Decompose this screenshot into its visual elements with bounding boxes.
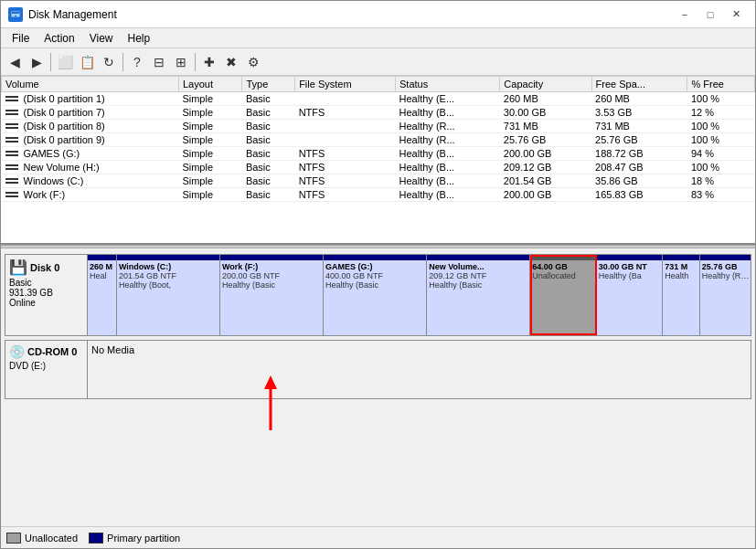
disk0-status: Online <box>9 298 83 308</box>
cell-capacity: 209.12 GB <box>500 161 591 174</box>
disk-partition[interactable]: 25.76 GB Healthy (Rec <box>700 255 751 335</box>
table-row[interactable]: Windows (C:)SimpleBasicNTFSHealthy (B...… <box>2 174 755 188</box>
disk-partition[interactable]: New Volume... 209.12 GB NTF Healthy (Bas… <box>427 255 530 335</box>
cell-status: Healthy (R... <box>396 120 500 133</box>
window-title: Disk Management <box>28 8 117 21</box>
legend-unalloc-label: Unallocated <box>25 533 78 544</box>
volume-name-cell: New Volume (H:) <box>2 161 179 174</box>
cell-type: Basic <box>242 120 295 133</box>
table-row[interactable]: (Disk 0 partition 8)SimpleBasicHealthy (… <box>2 120 755 133</box>
volume-table: Volume Layout Type File System Status Ca… <box>1 76 755 202</box>
cell-capacity: 200.00 GB <box>500 147 591 161</box>
menu-view[interactable]: View <box>82 30 121 47</box>
col-capacity[interactable]: Capacity <box>500 77 591 92</box>
arrow-annotation <box>257 375 755 432</box>
cell-free: 188.72 GB <box>591 147 687 161</box>
table-row[interactable]: (Disk 0 partition 7)SimpleBasicNTFSHealt… <box>2 106 755 120</box>
cell-percent: 18 % <box>687 174 755 188</box>
close-button[interactable]: ✕ <box>724 6 748 23</box>
cell-percent: 100 % <box>687 133 755 147</box>
svg-point-2 <box>15 15 16 16</box>
toolbar: ◀ ▶ ⬜ 📋 ↻ ? ⊟ ⊞ ✚ ✖ ⚙ <box>1 48 755 76</box>
title-bar-left: Disk Management <box>8 7 117 22</box>
toolbar-help[interactable]: ? <box>127 52 147 72</box>
legend-primary-label: Primary partition <box>107 533 180 544</box>
col-free[interactable]: Free Spa... <box>591 77 687 92</box>
table-row[interactable]: GAMES (G:)SimpleBasicNTFSHealthy (B...20… <box>2 147 755 161</box>
status-bar: Unallocated Primary partition <box>1 526 755 548</box>
col-layout[interactable]: Layout <box>178 77 242 92</box>
legend-unallocated: Unallocated <box>6 533 78 544</box>
cell-status: Healthy (B... <box>396 106 500 120</box>
cell-layout: Simple <box>178 92 242 106</box>
cell-percent: 83 % <box>687 188 755 202</box>
cell-percent: 100 % <box>687 120 755 133</box>
table-row[interactable]: Work (F:)SimpleBasicNTFSHealthy (B...200… <box>2 188 755 202</box>
volume-name-cell: (Disk 0 partition 9) <box>2 133 179 147</box>
cdrom-media: No Media <box>91 344 134 355</box>
cell-status: Healthy (B... <box>396 174 500 188</box>
toolbar-properties[interactable]: 📋 <box>77 52 97 72</box>
cell-filesystem: NTFS <box>295 161 396 174</box>
disk-partition[interactable]: Work (F:) 200.00 GB NTF Healthy (Basic <box>220 255 324 335</box>
minimize-button[interactable]: − <box>673 6 697 23</box>
col-type[interactable]: Type <box>242 77 295 92</box>
menu-file[interactable]: File <box>5 30 37 47</box>
main-window: Disk Management − □ ✕ File Action View H… <box>0 0 756 549</box>
app-icon <box>8 7 23 22</box>
disk-partition[interactable]: 731 M Health <box>663 255 700 335</box>
cell-capacity: 200.00 GB <box>500 188 591 202</box>
cell-status: Healthy (E... <box>396 92 500 106</box>
disk-partition[interactable]: Windows (C:) 201.54 GB NTF Healthy (Boot… <box>117 255 220 335</box>
cell-filesystem <box>295 120 396 133</box>
table-row[interactable]: (Disk 0 partition 9)SimpleBasicHealthy (… <box>2 133 755 147</box>
cell-type: Basic <box>242 92 295 106</box>
cell-type: Basic <box>242 147 295 161</box>
cdrom-name: CD-ROM 0 <box>27 346 77 357</box>
col-filesystem[interactable]: File System <box>295 77 396 92</box>
cell-free: 260 MB <box>591 92 687 106</box>
disk-view[interactable]: 💾 Disk 0 Basic 931.39 GB Online 260 M He… <box>1 248 755 526</box>
cell-layout: Simple <box>178 120 242 133</box>
toolbar-up[interactable]: ⬜ <box>55 52 75 72</box>
cell-filesystem: NTFS <box>295 188 396 202</box>
menu-action[interactable]: Action <box>37 30 81 47</box>
title-bar: Disk Management − □ ✕ <box>1 1 755 28</box>
volume-name-cell: Work (F:) <box>2 188 179 202</box>
toolbar-forward[interactable]: ▶ <box>27 52 47 72</box>
disk0-type: Basic <box>9 278 83 288</box>
cell-percent: 100 % <box>687 92 755 106</box>
disk-partition[interactable]: 64.00 GB Unallocated <box>530 255 597 335</box>
toolbar-back[interactable]: ◀ <box>5 52 25 72</box>
volume-name-cell: (Disk 0 partition 7) <box>2 106 179 120</box>
col-percent[interactable]: % Free <box>687 77 755 92</box>
cell-free: 3.53 GB <box>591 106 687 120</box>
cell-capacity: 25.76 GB <box>500 133 591 147</box>
maximize-button[interactable]: □ <box>698 6 722 23</box>
cell-layout: Simple <box>178 133 242 147</box>
toolbar-disk-list[interactable]: ⊟ <box>149 52 169 72</box>
toolbar-settings[interactable]: ⚙ <box>243 52 263 72</box>
toolbar-remove[interactable]: ✖ <box>221 52 241 72</box>
table-row[interactable]: (Disk 0 partition 1)SimpleBasicHealthy (… <box>2 92 755 106</box>
table-row[interactable]: New Volume (H:)SimpleBasicNTFSHealthy (B… <box>2 161 755 174</box>
menu-help[interactable]: Help <box>121 30 158 47</box>
disk-partition[interactable]: 30.00 GB NT Healthy (Ba <box>597 255 664 335</box>
cell-status: Healthy (B... <box>396 188 500 202</box>
cell-percent: 94 % <box>687 147 755 161</box>
volume-table-area[interactable]: Volume Layout Type File System Status Ca… <box>1 76 755 245</box>
cell-status: Healthy (B... <box>396 161 500 174</box>
toolbar-refresh[interactable]: ↻ <box>99 52 119 72</box>
toolbar-disk-grid[interactable]: ⊞ <box>171 52 191 72</box>
toolbar-add[interactable]: ✚ <box>199 52 219 72</box>
cell-free: 208.47 GB <box>591 161 687 174</box>
cell-filesystem <box>295 133 396 147</box>
col-volume[interactable]: Volume <box>2 77 179 92</box>
volume-name-cell: (Disk 0 partition 8) <box>2 120 179 133</box>
cell-percent: 12 % <box>687 106 755 120</box>
disk-partition[interactable]: 260 M Heal <box>88 255 117 335</box>
col-status[interactable]: Status <box>396 77 500 92</box>
main-content: Volume Layout Type File System Status Ca… <box>1 76 755 548</box>
toolbar-separator-3 <box>195 53 196 71</box>
disk-partition[interactable]: GAMES (G:) 400.00 GB NTF Healthy (Basic <box>324 255 427 335</box>
